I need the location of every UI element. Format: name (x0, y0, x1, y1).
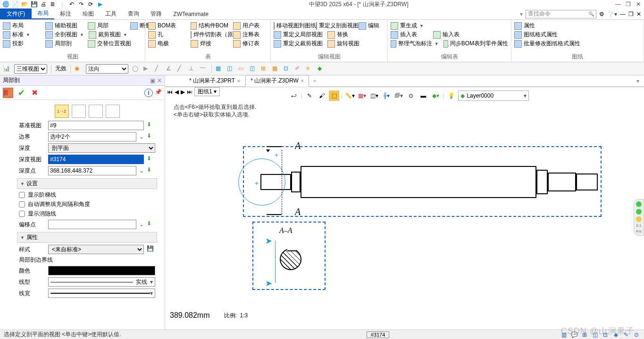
cmd-local[interactable]: 局部 (88, 22, 125, 30)
sb-icon-5[interactable]: ⊡ (602, 331, 609, 339)
cmd-redeflocal[interactable]: 重定义局部视图 (274, 31, 323, 39)
cmd-props[interactable]: 属性 (514, 22, 552, 30)
chk-hidden[interactable] (19, 211, 25, 217)
info-icon[interactable]: i (144, 89, 153, 97)
cmd-standard[interactable]: 标准▼ (3, 31, 41, 39)
vt-solid-icon[interactable]: ▬ (418, 91, 428, 101)
depth-view-pick-icon[interactable]: ⬇ (147, 155, 155, 164)
ok-button[interactable]: ✔ (16, 88, 26, 98)
cmd-auxview[interactable]: 辅助视图 (45, 22, 83, 30)
sb-chat-icon[interactable]: 💬 (570, 331, 578, 339)
linetype-select[interactable]: 实线▾ (48, 277, 155, 287)
tab-drw[interactable]: * 山涧果子.Z3DRW× (245, 75, 309, 87)
help-icon[interactable]: ❔▾ (607, 11, 617, 17)
color-swatch[interactable] (48, 266, 155, 275)
vt-grid-icon[interactable]: ▦▾ (357, 91, 367, 101)
option-mode-3[interactable] (89, 105, 103, 118)
cmd-importtable[interactable]: 输入表 (433, 31, 471, 39)
direction-icon[interactable]: ◉ (75, 65, 82, 73)
depth-point-dd-icon[interactable]: ⌄ (139, 167, 144, 174)
menu-layout[interactable]: 布局 (32, 8, 54, 19)
close-icon[interactable]: ✕ (635, 1, 642, 8)
vt-pencil-icon[interactable]: ✎ (304, 91, 315, 101)
cmd-structbom[interactable]: 结构件BOM (191, 22, 228, 30)
boundary-input[interactable] (48, 132, 136, 141)
base-view-input[interactable] (48, 121, 144, 130)
cmd-batchsheet[interactable]: 批量修改图纸格式属性 (514, 40, 580, 48)
direction-select[interactable]: 法向 (86, 64, 128, 74)
panel-collapse-icon[interactable]: ▣ (150, 77, 155, 84)
cmd-hole[interactable]: 孔 (148, 31, 186, 39)
collapse-ribbon-icon[interactable]: ▾ (520, 11, 523, 17)
qat-save-icon[interactable]: 💾 (30, 0, 38, 8)
cmd-regen[interactable]: 重生成▼ (391, 22, 428, 30)
attrs-header[interactable]: 属性 (17, 232, 157, 243)
cmd-revision[interactable]: 修订表 (233, 40, 271, 48)
tab-drw-close-icon[interactable]: × (301, 78, 304, 84)
depth-point-pick-icon[interactable]: ⬇ (147, 166, 155, 175)
vt-shade-icon[interactable]: 🗊▾ (393, 91, 404, 101)
vt-render-icon[interactable]: ◆▾ (430, 91, 441, 101)
sheet-tab[interactable]: 图纸1 ▾ (194, 87, 220, 96)
sb-icon-7[interactable]: ✎ (622, 331, 630, 339)
cmd-notetable[interactable]: 注释表 (233, 31, 271, 39)
tb-curve-icon[interactable]: 〰 (200, 65, 208, 73)
layer-select[interactable]: ◆Layer0000▾ (458, 91, 529, 101)
settings-icon[interactable]: ⚙ (599, 11, 604, 17)
tb-line-icon[interactable]: ╱ (155, 65, 162, 73)
settings-header[interactable]: 设置 (17, 178, 157, 189)
cmd-sheetformat[interactable]: 图纸格式属性 (514, 31, 558, 39)
qat-new-icon[interactable]: 📄 (11, 0, 19, 8)
sb-icon-6[interactable]: ◈ (612, 331, 619, 339)
doc-close-icon[interactable]: ✕ (636, 11, 641, 17)
cmd-bom[interactable]: BOM表 (148, 22, 186, 30)
cmd-redefsection[interactable]: 重定义剖面视图 (316, 22, 354, 30)
style-save-icon[interactable]: 💾 (147, 245, 155, 254)
vt-measure-icon[interactable]: 📏▾ (344, 91, 355, 101)
drawing-canvas[interactable]: * 山涧果子.Z3PRT× * 山涧果子.Z3DRW× ＋ ▾ ⮐ | ✎ 🖌 … (165, 75, 644, 331)
vt-return-icon[interactable]: ⮐ (289, 91, 299, 101)
menu-query[interactable]: 查询 (122, 8, 145, 19)
style-select[interactable]: <来自标准> (48, 245, 144, 254)
qat-play-icon[interactable]: ▶ (96, 0, 104, 8)
tb-eraser-icon[interactable]: ✐ (295, 65, 302, 73)
vt-wire-icon[interactable]: ⊙ (406, 91, 416, 101)
view-select[interactable]: 三维视图 (14, 64, 47, 74)
qat-refresh-icon[interactable]: ⟳ (87, 0, 94, 8)
option-mode-2[interactable] (72, 105, 86, 118)
cmd-electrode[interactable]: 电极 (148, 40, 186, 48)
tb-grid-icon[interactable]: ▦ (216, 65, 223, 73)
tb-snap2-icon[interactable]: ▭ (238, 65, 246, 73)
menu-draw[interactable]: 绘图 (77, 8, 100, 19)
sb-icon-1[interactable]: ▥ (560, 331, 568, 339)
tab-prt-close-icon[interactable]: × (237, 78, 240, 84)
depth-view-input[interactable] (48, 155, 144, 164)
cmd-layout[interactable]: 布局 (3, 22, 41, 30)
cmd-weld[interactable]: 焊接 (191, 40, 228, 48)
cmd-usertable[interactable]: 用户表 (233, 22, 271, 30)
tb-angle-icon[interactable]: ∠ (166, 65, 174, 73)
cmd-weldcut[interactable]: 焊件切割表（原） (191, 31, 228, 39)
cmd-rotateview[interactable]: 旋转视图 (327, 40, 365, 48)
tb-layers-icon[interactable]: ◆ (318, 65, 325, 73)
vt-highlight-icon[interactable]: ⬚ (329, 91, 339, 101)
minimize-icon[interactable]: — (614, 1, 622, 8)
strip-book-icon[interactable]: 📕 (3, 90, 13, 100)
qat-print-icon[interactable]: 🖨 (40, 0, 47, 8)
view-mode-icon[interactable]: 📊 (3, 65, 10, 73)
base-view-pick-icon[interactable]: ⬇ (147, 121, 155, 130)
tb-snap5-icon[interactable]: ▦ (272, 65, 280, 73)
sheet-next-icon[interactable]: ▶ (181, 89, 185, 95)
pin-icon[interactable]: 📌 (155, 89, 162, 97)
cmd-fullsection[interactable]: 全剖视图▼ (45, 31, 84, 39)
depth-select[interactable]: 剖平面 (48, 143, 155, 153)
sb-icon-3[interactable]: ⊞ (581, 331, 588, 339)
vt-snap-icon[interactable]: ◫▾ (369, 91, 379, 101)
tb-btn1[interactable]: ◯ (132, 65, 140, 73)
menu-pipe[interactable]: 管路 (145, 8, 167, 19)
qat-redo-icon[interactable]: ↷ (77, 0, 85, 8)
cmd-altpos[interactable]: 交替位置视图 (88, 40, 131, 48)
vt-brush-icon[interactable]: 🖌 (317, 91, 327, 101)
tb-snap1-icon[interactable]: ◫ (227, 65, 234, 73)
cmd-balloon[interactable]: 整理气泡标注▼ (391, 40, 439, 48)
